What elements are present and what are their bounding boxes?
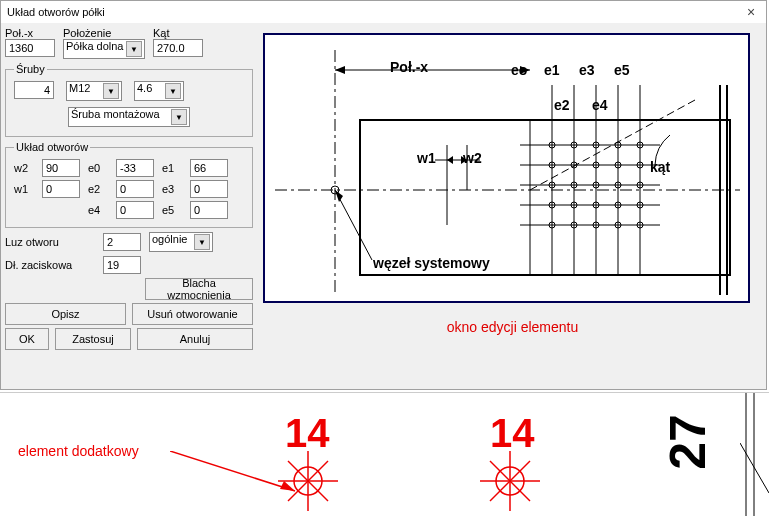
diagram-e5-label: e5 [614,62,630,78]
close-icon[interactable]: × [736,4,766,20]
title-text: Układ otworów półki [7,6,105,18]
diagram-w1-label: w1 [417,150,436,166]
e2-label: e2 [88,183,110,195]
diagram-e3-label: e3 [579,62,595,78]
left-panel: Poł.-x Położenie Półka dolna Kąt Śruby M… [5,27,253,350]
w2-label: w2 [14,162,36,174]
w1-input[interactable] [42,180,80,198]
dl-input[interactable] [103,256,141,274]
polx-input[interactable] [5,39,55,57]
svg-line-54 [170,451,295,491]
sruby-size-select[interactable]: M12 [66,81,122,101]
luz-label: Luz otworu [5,236,97,248]
svg-marker-48 [447,156,453,164]
kat-label: Kąt [153,27,203,39]
mark-14a: 14 [285,411,330,456]
zastosuj-button[interactable]: Zastosuj [55,328,131,350]
titlebar: Układ otworów półki × [1,1,766,23]
diagram-kat-label: kąt [650,159,670,175]
e1-input[interactable] [190,159,228,177]
diagram-e1-label: e1 [544,62,560,78]
w1-label: w1 [14,183,36,195]
w2-input[interactable] [42,159,80,177]
blacha-button[interactable]: Blacha wzmocnienia [145,278,253,300]
diagram: Poł.-x eo e1 e3 e5 e2 e4 w1 w2 kąt węzeł… [263,33,750,303]
luz-input[interactable] [103,233,141,251]
crosshair-icon [480,451,540,511]
svg-marker-3 [335,66,345,74]
diagram-e4-label: e4 [592,97,608,113]
diagram-polx-label: Poł.-x [390,59,428,75]
crosshair-icon [278,451,338,511]
e3-label: e3 [162,183,184,195]
uklad-legend: Układ otworów [14,141,90,153]
e3-input[interactable] [190,180,228,198]
e0-input[interactable] [116,159,154,177]
sruby-count-input[interactable] [14,81,54,99]
okno-label: okno edycji elementu [263,319,762,335]
diagram-w2-label: w2 [463,150,482,166]
polozenie-select[interactable]: Półka dolna [63,39,145,59]
dl-label: Dł. zaciskowa [5,259,97,271]
element-label: element dodatkowy [18,443,139,459]
sruby-group: Śruby M12 4.6 Śruba montażowa [5,63,253,137]
sruby-type-select[interactable]: Śruba montażowa [68,107,190,127]
polx-label: Poł.-x [5,27,55,39]
sruby-grade-select[interactable]: 4.6 [134,81,184,101]
e1-label: e1 [162,162,184,174]
anuluj-button[interactable]: Anuluj [137,328,253,350]
mark-14b: 14 [490,411,535,456]
diagram-eo-label: eo [511,62,527,78]
e2-input[interactable] [116,180,154,198]
e0-label: e0 [88,162,110,174]
diagram-e2-label: e2 [554,97,570,113]
svg-rect-5 [360,120,730,275]
opisz-button[interactable]: Opisz [5,303,126,325]
drawing-area: element dodatkowy 14 14 27 [0,392,769,516]
right-panel: Poł.-x eo e1 e3 e5 e2 e4 w1 w2 kąt węzeł… [263,27,762,350]
uklad-group: Układ otworów w2 e0 e1 w1 e2 e3 e4 [5,141,253,228]
e5-label: e5 [162,204,184,216]
e4-input[interactable] [116,201,154,219]
sruby-legend: Śruby [14,63,47,75]
mark-27: 27 [659,414,717,470]
usun-button[interactable]: Usuń otworowanie [132,303,253,325]
e5-input[interactable] [190,201,228,219]
kat-input[interactable] [153,39,203,57]
ok-button[interactable]: OK [5,328,49,350]
luz-mode-select[interactable]: ogólnie [149,232,213,252]
e4-label: e4 [88,204,110,216]
svg-line-51 [335,190,372,260]
diagram-wezel-label: węzeł systemowy [373,255,490,271]
polozenie-label: Położenie [63,27,145,39]
dialog-window: Układ otworów półki × Poł.-x Położenie P… [0,0,767,390]
